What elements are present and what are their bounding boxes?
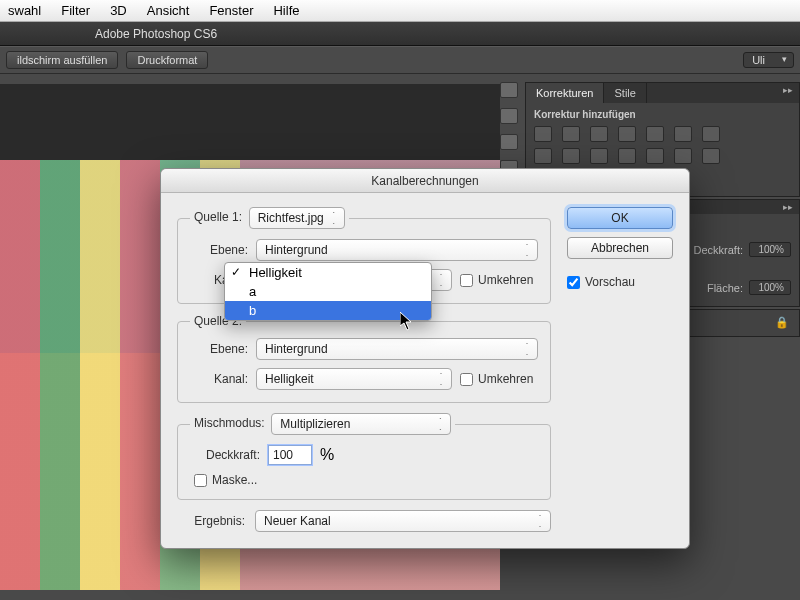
invert-label: Umkehren bbox=[478, 273, 533, 287]
tab-stile[interactable]: Stile bbox=[604, 83, 646, 103]
source2-layer-select[interactable]: Hintergrund bbox=[256, 338, 538, 360]
result-row: Ergebnis: Neuer Kanal bbox=[177, 510, 551, 532]
source1-file-select[interactable]: Richtfest.jpg bbox=[249, 207, 345, 229]
os-menubar[interactable]: swahl Filter 3D Ansicht Fenster Hilfe bbox=[0, 0, 800, 22]
dropdown-option[interactable]: Helligkeit bbox=[225, 263, 431, 282]
mask-option[interactable]: Maske... bbox=[194, 473, 257, 487]
opacity-label: Deckkraft: bbox=[693, 244, 743, 256]
opacity-label: Deckkraft: bbox=[190, 448, 260, 462]
calculations-dialog: Kanalberechnungen Quelle 1: Richtfest.jp… bbox=[160, 168, 690, 549]
layer-label: Ebene: bbox=[190, 243, 248, 257]
adj-icon[interactable] bbox=[702, 148, 720, 164]
adj-icon[interactable] bbox=[702, 126, 720, 142]
tab-korrekturen[interactable]: Korrekturen bbox=[526, 83, 604, 103]
app-title: Adobe Photoshop CS6 bbox=[95, 27, 217, 41]
blend-mode-select[interactable]: Multiplizieren bbox=[271, 413, 451, 435]
source1-invert-checkbox[interactable] bbox=[460, 274, 473, 287]
blend-group: Mischmodus: Multiplizieren Deckkraft: % … bbox=[177, 413, 551, 500]
adjustment-row bbox=[534, 126, 791, 142]
blend-legend: Mischmodus: Multiplizieren bbox=[190, 413, 455, 435]
adj-icon[interactable] bbox=[590, 148, 608, 164]
brightness-icon[interactable] bbox=[534, 126, 552, 142]
preview-option[interactable]: Vorschau bbox=[567, 275, 673, 289]
panel-icon[interactable] bbox=[500, 108, 518, 124]
dropdown-option[interactable]: a bbox=[225, 282, 431, 301]
result-select[interactable]: Neuer Kanal bbox=[255, 510, 551, 532]
user-selector[interactable]: Uli bbox=[743, 52, 794, 68]
mask-checkbox[interactable] bbox=[194, 474, 207, 487]
adj-icon[interactable] bbox=[562, 148, 580, 164]
source1-layer-select[interactable]: Hintergrund bbox=[256, 239, 538, 261]
adj-icon[interactable] bbox=[534, 148, 552, 164]
menu-item[interactable]: Hilfe bbox=[273, 3, 299, 18]
cancel-button[interactable]: Abbrechen bbox=[567, 237, 673, 259]
optionbar: ildschirm ausfüllen Druckformat Uli bbox=[0, 46, 800, 74]
menu-item[interactable]: Fenster bbox=[209, 3, 253, 18]
vibrance-icon[interactable] bbox=[646, 126, 664, 142]
adj-icon[interactable] bbox=[646, 148, 664, 164]
menu-item[interactable]: Ansicht bbox=[147, 3, 190, 18]
source2-invert[interactable]: Umkehren bbox=[460, 372, 533, 386]
adjustments-subtitle: Korrektur hinzufügen bbox=[534, 109, 791, 120]
source2-invert-checkbox[interactable] bbox=[460, 373, 473, 386]
lock-icon[interactable]: 🔒 bbox=[775, 316, 789, 329]
preview-checkbox[interactable] bbox=[567, 276, 580, 289]
opacity-input[interactable] bbox=[268, 445, 312, 465]
panel-icon[interactable] bbox=[500, 82, 518, 98]
invert-label: Umkehren bbox=[478, 372, 533, 386]
curves-icon[interactable] bbox=[590, 126, 608, 142]
mouse-cursor-icon bbox=[400, 312, 414, 332]
dialog-title: Kanalberechnungen bbox=[161, 169, 689, 193]
adj-icon[interactable] bbox=[674, 148, 692, 164]
levels-icon[interactable] bbox=[562, 126, 580, 142]
layer-label: Ebene: bbox=[190, 342, 248, 356]
source2-group: Quelle 2: Ebene: Hintergrund Kanal: Hell… bbox=[177, 314, 551, 403]
collapse-icon[interactable]: ▸▸ bbox=[777, 200, 799, 214]
channel-label: Kanal: bbox=[190, 372, 248, 386]
source1-invert[interactable]: Umkehren bbox=[460, 273, 533, 287]
fill-label: Fläche: bbox=[707, 282, 743, 294]
menu-item[interactable]: swahl bbox=[8, 3, 41, 18]
menu-item[interactable]: Filter bbox=[61, 3, 90, 18]
fit-screen-button[interactable]: ildschirm ausfüllen bbox=[6, 51, 118, 69]
print-size-button[interactable]: Druckformat bbox=[126, 51, 208, 69]
adjustment-row bbox=[534, 148, 791, 164]
fill-value[interactable]: 100% bbox=[749, 280, 791, 295]
user-name[interactable]: Uli bbox=[743, 52, 794, 68]
menu-item[interactable]: 3D bbox=[110, 3, 127, 18]
app-titlebar: Adobe Photoshop CS6 bbox=[0, 22, 800, 46]
dock-icons bbox=[497, 82, 521, 176]
preview-label: Vorschau bbox=[585, 275, 635, 289]
adj-icon[interactable] bbox=[618, 148, 636, 164]
source1-legend: Quelle 1: Richtfest.jpg bbox=[190, 207, 349, 229]
collapse-icon[interactable]: ▸▸ bbox=[777, 83, 799, 103]
result-label: Ergebnis: bbox=[177, 514, 245, 528]
opacity-value[interactable]: 100% bbox=[749, 242, 791, 257]
mask-label: Maske... bbox=[212, 473, 257, 487]
adj-icon[interactable] bbox=[674, 126, 692, 142]
percent-label: % bbox=[320, 446, 334, 464]
panel-icon[interactable] bbox=[500, 134, 518, 150]
ok-button[interactable]: OK bbox=[567, 207, 673, 229]
exposure-icon[interactable] bbox=[618, 126, 636, 142]
source2-channel-select[interactable]: Helligkeit bbox=[256, 368, 452, 390]
